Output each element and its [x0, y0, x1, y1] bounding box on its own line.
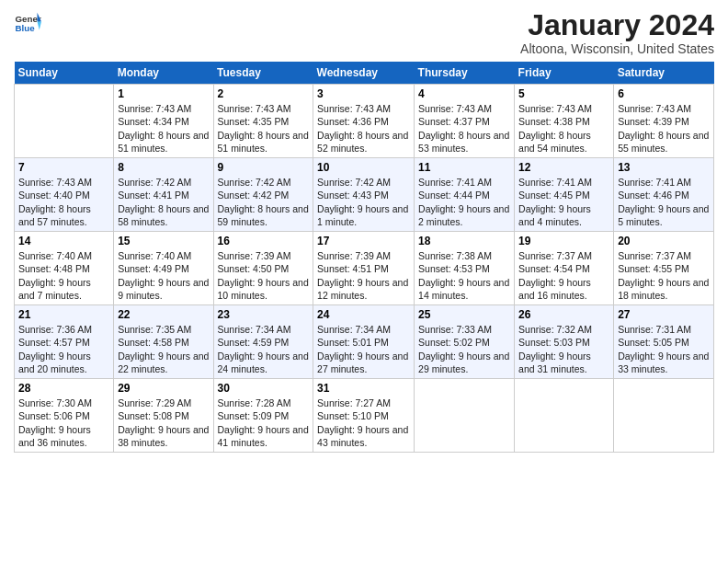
- day-info: Sunrise: 7:42 AM Sunset: 4:41 PM Dayligh…: [118, 176, 209, 228]
- col-friday: Friday: [515, 62, 614, 85]
- day-info: Sunrise: 7:34 AM Sunset: 4:59 PM Dayligh…: [218, 323, 310, 375]
- sunrise-label: Sunrise: 7:36 AM: [18, 324, 92, 335]
- day-info: Sunrise: 7:33 AM Sunset: 5:02 PM Dayligh…: [418, 323, 510, 375]
- daylight-label: Daylight: 9 hours and 1 minute.: [317, 203, 408, 227]
- sunrise-label: Sunrise: 7:42 AM: [118, 177, 191, 188]
- sunset-label: Sunset: 4:59 PM: [218, 337, 290, 348]
- daylight-label: Daylight: 8 hours and 51 minutes.: [218, 130, 309, 154]
- sunset-label: Sunset: 4:45 PM: [518, 190, 590, 201]
- daylight-label: Daylight: 9 hours and 14 minutes.: [418, 277, 509, 301]
- day-number: 18: [418, 235, 510, 247]
- sunset-label: Sunset: 4:57 PM: [18, 337, 90, 348]
- day-number: 10: [317, 161, 410, 174]
- sunrise-label: Sunrise: 7:35 AM: [118, 324, 191, 335]
- calendar-week-row: 1 Sunrise: 7:43 AM Sunset: 4:34 PM Dayli…: [15, 85, 714, 158]
- calendar-day-cell: 13 Sunrise: 7:41 AM Sunset: 4:46 PM Dayl…: [614, 158, 714, 232]
- sunrise-label: Sunrise: 7:43 AM: [118, 103, 191, 114]
- sunrise-label: Sunrise: 7:39 AM: [218, 250, 291, 261]
- daylight-label: Daylight: 8 hours and 53 minutes.: [418, 130, 509, 154]
- daylight-label: Daylight: 9 hours and 38 minutes.: [118, 424, 209, 448]
- sunrise-label: Sunrise: 7:41 AM: [518, 177, 592, 188]
- day-info: Sunrise: 7:40 AM Sunset: 4:49 PM Dayligh…: [118, 249, 209, 302]
- daylight-label: Daylight: 8 hours and 59 minutes.: [218, 203, 309, 227]
- daylight-label: Daylight: 8 hours and 52 minutes.: [317, 130, 408, 154]
- calendar-day-cell: [15, 85, 114, 158]
- day-number: 27: [618, 308, 710, 321]
- day-number: 19: [518, 235, 609, 247]
- sunset-label: Sunset: 5:08 PM: [118, 410, 189, 421]
- day-info: Sunrise: 7:37 AM Sunset: 4:54 PM Dayligh…: [518, 249, 609, 302]
- sunrise-label: Sunrise: 7:42 AM: [317, 177, 391, 188]
- sunrise-label: Sunrise: 7:32 AM: [518, 324, 592, 335]
- daylight-label: Daylight: 9 hours and 5 minutes.: [618, 203, 709, 227]
- day-number: 29: [118, 382, 209, 395]
- day-info: Sunrise: 7:40 AM Sunset: 4:48 PM Dayligh…: [18, 249, 109, 302]
- sunrise-label: Sunrise: 7:43 AM: [18, 177, 92, 188]
- day-info: Sunrise: 7:41 AM Sunset: 4:46 PM Dayligh…: [618, 176, 710, 228]
- col-monday: Monday: [114, 62, 213, 85]
- calendar-day-cell: 10 Sunrise: 7:42 AM Sunset: 4:43 PM Dayl…: [313, 158, 415, 232]
- col-tuesday: Tuesday: [213, 62, 313, 85]
- calendar-day-cell: 8 Sunrise: 7:42 AM Sunset: 4:41 PM Dayli…: [114, 158, 213, 232]
- sunset-label: Sunset: 4:36 PM: [317, 116, 389, 127]
- sunrise-label: Sunrise: 7:43 AM: [418, 103, 492, 114]
- sunset-label: Sunset: 4:42 PM: [218, 190, 290, 201]
- sunset-label: Sunset: 4:46 PM: [618, 190, 689, 201]
- day-number: 30: [218, 382, 310, 395]
- sunset-label: Sunset: 4:39 PM: [618, 116, 689, 127]
- sunset-label: Sunset: 5:03 PM: [518, 337, 590, 348]
- day-number: 1: [118, 87, 209, 100]
- daylight-label: Daylight: 8 hours and 54 minutes.: [518, 130, 591, 154]
- day-number: 16: [218, 235, 310, 247]
- calendar-day-cell: 25 Sunrise: 7:33 AM Sunset: 5:02 PM Dayl…: [415, 305, 515, 379]
- calendar-week-row: 7 Sunrise: 7:43 AM Sunset: 4:40 PM Dayli…: [15, 158, 714, 232]
- sunrise-label: Sunrise: 7:29 AM: [118, 397, 191, 408]
- daylight-label: Daylight: 9 hours and 33 minutes.: [618, 350, 709, 374]
- day-info: Sunrise: 7:36 AM Sunset: 4:57 PM Dayligh…: [18, 323, 109, 375]
- sunrise-label: Sunrise: 7:41 AM: [418, 177, 492, 188]
- col-saturday: Saturday: [614, 62, 714, 85]
- day-info: Sunrise: 7:41 AM Sunset: 4:44 PM Dayligh…: [418, 176, 510, 228]
- sunset-label: Sunset: 4:38 PM: [518, 116, 590, 127]
- sunrise-label: Sunrise: 7:43 AM: [518, 103, 592, 114]
- calendar-table: Sunday Monday Tuesday Wednesday Thursday…: [14, 62, 714, 453]
- day-number: 14: [18, 235, 109, 247]
- sunset-label: Sunset: 5:01 PM: [317, 337, 389, 348]
- daylight-label: Daylight: 8 hours and 58 minutes.: [118, 203, 209, 227]
- sunrise-label: Sunrise: 7:34 AM: [317, 324, 391, 335]
- day-info: Sunrise: 7:38 AM Sunset: 4:53 PM Dayligh…: [418, 249, 510, 302]
- calendar-day-cell: 30 Sunrise: 7:28 AM Sunset: 5:09 PM Dayl…: [213, 379, 313, 453]
- sunset-label: Sunset: 4:37 PM: [418, 116, 490, 127]
- sunset-label: Sunset: 5:09 PM: [218, 410, 290, 421]
- sunset-label: Sunset: 4:50 PM: [218, 263, 290, 274]
- sunrise-label: Sunrise: 7:34 AM: [218, 324, 291, 335]
- day-number: 7: [18, 161, 109, 174]
- day-info: Sunrise: 7:30 AM Sunset: 5:06 PM Dayligh…: [18, 396, 109, 449]
- day-info: Sunrise: 7:32 AM Sunset: 5:03 PM Dayligh…: [518, 323, 609, 375]
- calendar-day-cell: 26 Sunrise: 7:32 AM Sunset: 5:03 PM Dayl…: [515, 305, 614, 379]
- sunset-label: Sunset: 5:02 PM: [418, 337, 490, 348]
- day-number: 13: [618, 161, 710, 174]
- day-number: 24: [317, 308, 410, 321]
- sunrise-label: Sunrise: 7:39 AM: [317, 250, 391, 261]
- sunset-label: Sunset: 4:54 PM: [518, 263, 590, 274]
- main-container: General Blue January 2024 Altoona, Wisco…: [0, 0, 728, 457]
- daylight-label: Daylight: 9 hours and 24 minutes.: [218, 350, 309, 374]
- sunrise-label: Sunrise: 7:37 AM: [518, 250, 592, 261]
- day-info: Sunrise: 7:39 AM Sunset: 4:51 PM Dayligh…: [317, 249, 410, 302]
- daylight-label: Daylight: 8 hours and 51 minutes.: [118, 130, 209, 154]
- sunrise-label: Sunrise: 7:42 AM: [218, 177, 291, 188]
- sunrise-label: Sunrise: 7:28 AM: [218, 397, 291, 408]
- day-number: 8: [118, 161, 209, 174]
- calendar-day-cell: 5 Sunrise: 7:43 AM Sunset: 4:38 PM Dayli…: [515, 85, 614, 158]
- title-block: January 2024 Altoona, Wisconsin, United …: [520, 9, 714, 56]
- day-info: Sunrise: 7:43 AM Sunset: 4:39 PM Dayligh…: [618, 102, 710, 155]
- day-number: 31: [317, 382, 410, 395]
- sunrise-label: Sunrise: 7:27 AM: [317, 397, 391, 408]
- day-info: Sunrise: 7:34 AM Sunset: 5:01 PM Dayligh…: [317, 323, 410, 375]
- day-number: 26: [518, 308, 609, 321]
- day-number: 28: [18, 382, 109, 395]
- day-info: Sunrise: 7:41 AM Sunset: 4:45 PM Dayligh…: [518, 176, 609, 228]
- day-info: Sunrise: 7:29 AM Sunset: 5:08 PM Dayligh…: [118, 396, 209, 449]
- day-number: 5: [518, 87, 609, 100]
